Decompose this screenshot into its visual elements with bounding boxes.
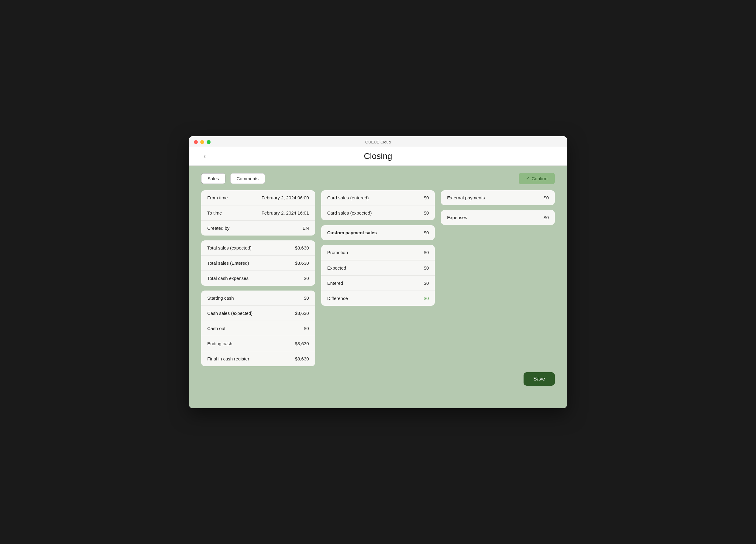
check-icon: ✓ xyxy=(526,176,530,181)
close-button[interactable] xyxy=(194,140,198,144)
save-button[interactable]: Save xyxy=(524,372,555,386)
confirm-label: Confirm xyxy=(531,176,548,181)
created-by-label: Created by xyxy=(207,226,229,231)
to-time-value: February 2, 2024 16:01 xyxy=(262,210,309,215)
from-time-label: From time xyxy=(207,195,228,200)
expected-label: Expected xyxy=(327,265,346,270)
ending-cash-row: Ending cash $3,630 xyxy=(201,336,315,351)
expected-row: Expected $0 xyxy=(321,260,435,276)
ending-cash-value: $3,630 xyxy=(295,341,309,346)
card-sales-entered-row: Card sales (entered) $0 xyxy=(321,190,435,205)
card-sales-entered-label: Card sales (entered) xyxy=(327,195,369,200)
totals-card: Total sales (expected) $3,630 Total sale… xyxy=(201,240,315,286)
total-sales-entered-label: Total sales (Entered) xyxy=(207,260,249,266)
minimize-button[interactable] xyxy=(200,140,204,144)
external-payments-value: $0 xyxy=(544,195,549,200)
final-cash-register-value: $3,630 xyxy=(295,356,309,361)
final-cash-register-label: Final in cash register xyxy=(207,356,249,361)
cash-summary-card: Promotion $0 Expected $0 Entered $0 Diff… xyxy=(321,245,435,306)
from-time-value: February 2, 2024 06:00 xyxy=(262,195,309,200)
external-payments-card: External payments $0 xyxy=(441,190,555,205)
created-by-row: Created by EN xyxy=(201,221,315,236)
card-sales-expected-value: $0 xyxy=(424,210,429,215)
starting-cash-label: Starting cash xyxy=(207,295,234,301)
card-sales-expected-row: Card sales (expected) $0 xyxy=(321,205,435,220)
custom-payment-label: Custom payment sales xyxy=(327,230,377,235)
starting-cash-value: $0 xyxy=(304,295,309,301)
promotion-value: $0 xyxy=(424,250,429,255)
custom-payment-value: $0 xyxy=(424,230,429,235)
card-sales-entered-value: $0 xyxy=(424,195,429,200)
title-bar: QUEUE Cloud xyxy=(189,136,567,147)
ending-cash-label: Ending cash xyxy=(207,341,232,346)
promotion-label: Promotion xyxy=(327,250,348,255)
toolbar: Sales Comments ✓ Confirm xyxy=(201,173,555,184)
sales-tab[interactable]: Sales xyxy=(201,173,225,184)
total-sales-expected-value: $3,630 xyxy=(295,245,309,250)
total-sales-expected-label: Total sales (expected) xyxy=(207,245,252,250)
expected-value: $0 xyxy=(424,265,429,270)
expenses-card: Expenses $0 xyxy=(441,210,555,225)
app-title: QUEUE Cloud xyxy=(365,140,391,144)
total-sales-entered-value: $3,630 xyxy=(295,260,309,266)
page-header: ‹ Closing xyxy=(189,147,567,166)
total-cash-expenses-row: Total cash expenses $0 xyxy=(201,271,315,286)
difference-label: Difference xyxy=(327,296,348,301)
maximize-button[interactable] xyxy=(207,140,211,144)
difference-value: $0 xyxy=(424,296,429,301)
cash-card: Starting cash $0 Cash sales (expected) $… xyxy=(201,291,315,366)
created-by-value: EN xyxy=(303,226,309,231)
to-time-row: To time February 2, 2024 16:01 xyxy=(201,205,315,221)
difference-row: Difference $0 xyxy=(321,291,435,306)
cash-out-label: Cash out xyxy=(207,326,225,331)
custom-payment-card: Custom payment sales $0 xyxy=(321,225,435,240)
save-btn-container: Save xyxy=(201,372,555,386)
right-column: External payments $0 Expenses $0 xyxy=(441,190,555,225)
left-column: From time February 2, 2024 06:00 To time… xyxy=(201,190,315,366)
total-cash-expenses-label: Total cash expenses xyxy=(207,276,249,281)
starting-cash-row: Starting cash $0 xyxy=(201,291,315,306)
external-payments-label: External payments xyxy=(447,195,485,200)
cash-sales-expected-label: Cash sales (expected) xyxy=(207,311,253,316)
main-grid: From time February 2, 2024 06:00 To time… xyxy=(201,190,555,366)
entered-value: $0 xyxy=(424,281,429,286)
confirm-button[interactable]: ✓ Confirm xyxy=(519,173,555,184)
content-area: Sales Comments ✓ Confirm From time Febru… xyxy=(189,166,567,408)
total-sales-entered-row: Total sales (Entered) $3,630 xyxy=(201,256,315,271)
app-window: QUEUE Cloud ‹ Closing Sales Comments ✓ C… xyxy=(189,136,567,408)
to-time-label: To time xyxy=(207,210,222,215)
final-cash-register-row: Final in cash register $3,630 xyxy=(201,351,315,366)
expenses-row: Expenses $0 xyxy=(441,210,555,225)
middle-column: Card sales (entered) $0 Card sales (expe… xyxy=(321,190,435,306)
cash-out-row: Cash out $0 xyxy=(201,321,315,336)
cash-out-value: $0 xyxy=(304,326,309,331)
external-payments-row: External payments $0 xyxy=(441,190,555,205)
info-card: From time February 2, 2024 06:00 To time… xyxy=(201,190,315,236)
total-sales-expected-row: Total sales (expected) $3,630 xyxy=(201,240,315,256)
card-sales-expected-label: Card sales (expected) xyxy=(327,210,372,215)
cash-sales-expected-value: $3,630 xyxy=(295,311,309,316)
expenses-value: $0 xyxy=(544,215,549,220)
traffic-lights xyxy=(194,140,211,144)
expenses-label: Expenses xyxy=(447,215,467,220)
page-title: Closing xyxy=(364,151,392,161)
entered-row: Entered $0 xyxy=(321,276,435,291)
custom-payment-row: Custom payment sales $0 xyxy=(321,225,435,240)
back-button[interactable]: ‹ xyxy=(201,151,208,161)
cash-sales-expected-row: Cash sales (expected) $3,630 xyxy=(201,306,315,321)
total-cash-expenses-value: $0 xyxy=(304,276,309,281)
promotion-row: Promotion $0 xyxy=(321,245,435,260)
card-sales-entered-card: Card sales (entered) $0 Card sales (expe… xyxy=(321,190,435,220)
entered-label: Entered xyxy=(327,281,343,286)
from-time-row: From time February 2, 2024 06:00 xyxy=(201,190,315,205)
comments-tab[interactable]: Comments xyxy=(230,173,265,184)
